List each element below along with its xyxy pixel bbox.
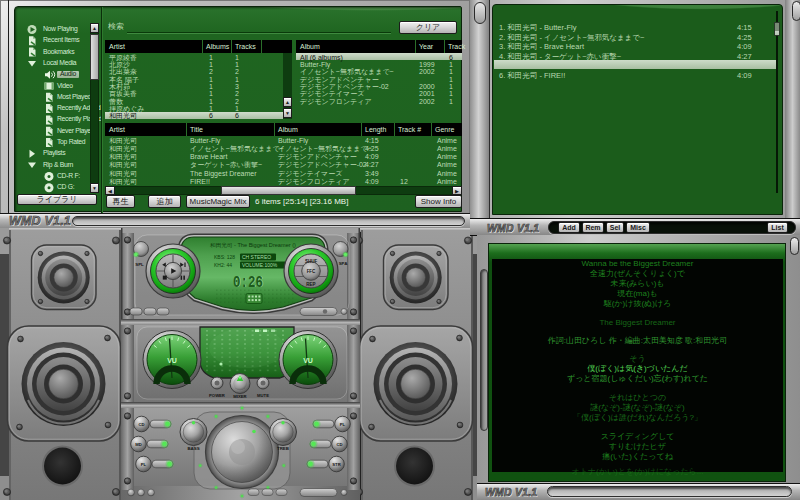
svg-text:MD: MD <box>135 442 142 447</box>
svg-text:TREB: TREB <box>277 446 289 451</box>
svg-text:VOLUME:100%: VOLUME:100% <box>242 262 278 268</box>
svg-text:PL: PL <box>340 422 346 427</box>
svg-text:VU: VU <box>303 357 313 364</box>
svg-text:BASS: BASS <box>187 446 199 451</box>
svg-text:POWER: POWER <box>209 393 225 398</box>
svg-text:CH STEREO: CH STEREO <box>242 254 271 260</box>
svg-text:PL: PL <box>141 462 147 467</box>
svg-text:MUTE: MUTE <box>257 393 269 398</box>
svg-text:SPA: SPA <box>339 261 349 266</box>
svg-text:CD: CD <box>138 422 144 427</box>
svg-text:VU: VU <box>167 357 177 364</box>
svg-text:CD: CD <box>336 442 342 447</box>
svg-text:和田光司 - The Biggest Dreamer (): 和田光司 - The Biggest Dreamer () <box>210 242 296 249</box>
svg-text:KBS: 128: KBS: 128 <box>214 254 235 260</box>
svg-text:FFC: FFC <box>307 269 316 274</box>
svg-text:0:26: 0:26 <box>233 273 263 291</box>
svg-text:MIXER: MIXER <box>233 394 246 399</box>
svg-text:SPL: SPL <box>135 262 144 267</box>
svg-text:KH2: 44: KH2: 44 <box>214 262 232 268</box>
svg-text:STR: STR <box>332 462 340 467</box>
svg-text:SHUF: SHUF <box>305 259 318 264</box>
svg-text:REP: REP <box>306 282 315 287</box>
